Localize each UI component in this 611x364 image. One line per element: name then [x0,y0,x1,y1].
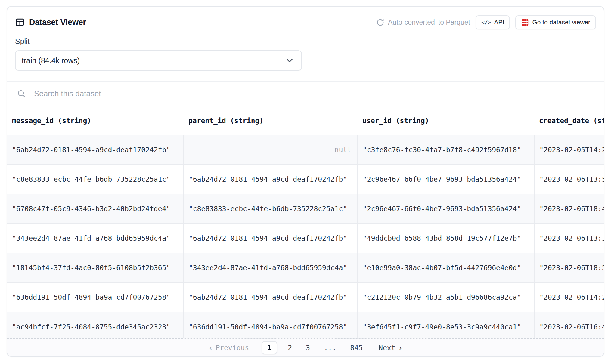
refresh-icon [376,18,385,27]
dataset-viewer-card: Dataset Viewer Auto-converted to Parquet… [7,6,604,357]
table-cell: "2c96e467-66f0-4be7-9693-bda51356a424" [358,165,534,194]
table-row: "18145bf4-37fd-4ac0-80f5-6108b5f2b365""3… [7,253,604,282]
api-button-label: API [494,19,504,26]
table-row: "c8e83833-ecbc-44fe-b6db-735228c25a1c""6… [7,165,604,194]
code-icon: </> [481,19,491,26]
table-cell: "6ab24d72-0181-4594-a9cd-deaf170242fb" [7,135,184,165]
table-cell: "c8e83833-ecbc-44fe-b6db-735228c25a1c" [7,165,184,194]
page-button-1[interactable]: 1 [262,341,277,354]
table-cell: "6708c47f-05c9-4346-b3d2-40b2bd24fde4" [7,194,184,224]
header-actions: Auto-converted to Parquet </> API [376,15,596,29]
page-title: Dataset Viewer [29,18,86,27]
go-to-dataset-viewer-button[interactable]: Go to dataset viewer [515,15,596,29]
chevron-left-icon: ‹ [209,344,212,352]
table-cell: "6ab24d72-0181-4594-a9cd-deaf170242fb" [184,282,358,312]
table-row: "6ab24d72-0181-4594-a9cd-deaf170242fb"nu… [7,135,604,165]
table-cell: "343ee2d4-87ae-41fd-a768-bdd65959dc4a" [7,224,184,253]
api-button[interactable]: </> API [476,15,510,29]
search-row [7,81,604,106]
table-row: "6708c47f-05c9-4346-b3d2-40b2bd24fde4""c… [7,194,604,224]
previous-label: Previous [216,344,249,352]
table-cell: "2c96e467-66f0-4be7-9693-bda51356a424" [358,194,534,224]
pagination-bar: ‹ Previous 1 2 3 ... 845 Next › [7,338,604,356]
previous-page-button[interactable]: ‹ Previous [209,344,249,352]
table-row: "343ee2d4-87ae-41fd-a768-bdd65959dc4a""6… [7,224,604,253]
table-cell: null [184,135,358,165]
next-label: Next [379,344,395,352]
card-top-section: Dataset Viewer Auto-converted to Parquet… [7,7,604,71]
table-cell: "49ddcb0d-6588-43bd-858d-19c577f12e7b" [358,224,534,253]
page-button-845[interactable]: 845 [350,344,363,352]
column-header: user_id (string) [358,106,534,135]
table-cell: "2023-02-06T16:4 [534,312,604,338]
search-icon [17,89,26,98]
table-cell: "6ab24d72-0181-4594-a9cd-deaf170242fb" [184,224,358,253]
column-header: parent_id (string) [184,106,358,135]
to-parquet-label: to Parquet [438,18,470,26]
table-cell: "2023-02-06T18:4 [534,194,604,224]
title-row: Dataset Viewer Auto-converted to Parquet… [15,14,596,30]
table-cell: "2023-02-06T13:5 [534,165,604,194]
table-cell: "c212120c-0b79-4b32-a5b1-d96686ca92ca" [358,282,534,312]
data-table: message_id (string)parent_id (string)use… [7,106,604,338]
search-input[interactable] [34,89,594,98]
page-button-2[interactable]: 2 [288,344,292,352]
table-cell: "636dd191-50df-4894-ba9a-cd7f00767258" [184,312,358,338]
table-cell: "2023-02-06T18:5 [534,253,604,282]
split-label: Split [15,37,596,46]
table-cell: "2023-02-06T14:2 [534,282,604,312]
chevron-down-icon [285,56,294,65]
table-row: "636dd191-50df-4894-ba9a-cd7f00767258""6… [7,282,604,312]
split-selected-value: train (84.4k rows) [22,56,80,65]
column-header: message_id (string) [7,106,184,135]
table-cell: "3ef645f1-c9f7-49e0-8e53-3c9a9c440ca1" [358,312,534,338]
pagination-ellipsis: ... [324,344,337,352]
table-wrap: message_id (string)parent_id (string)use… [7,106,604,338]
table-cell: "2023-02-05T14:2 [534,135,604,165]
page-button-3[interactable]: 3 [306,344,310,352]
table-cell: "18145bf4-37fd-4ac0-80f5-6108b5f2b365" [7,253,184,282]
next-page-button[interactable]: Next › [379,344,402,352]
auto-converted-link[interactable]: Auto-converted to Parquet [376,18,470,27]
table-cell: "2023-02-06T13:3 [534,224,604,253]
table-cell: "e10e99a0-38ac-4b07-bf5d-4427696e4e0d" [358,253,534,282]
table-cell: "343ee2d4-87ae-41fd-a768-bdd65959dc4a" [184,253,358,282]
table-cell: "c8e83833-ecbc-44fe-b6db-735228c25a1c" [184,194,358,224]
go-to-dataset-viewer-label: Go to dataset viewer [532,19,590,26]
data-table-body: "6ab24d72-0181-4594-a9cd-deaf170242fb"nu… [7,135,604,338]
table-cell: "636dd191-50df-4894-ba9a-cd7f00767258" [7,282,184,312]
table-grid-icon [15,17,25,27]
red-table-icon [521,18,529,26]
split-select[interactable]: train (84.4k rows) [15,50,302,71]
table-header-row: message_id (string)parent_id (string)use… [7,106,604,135]
auto-converted-label: Auto-converted [388,18,435,26]
table-cell: "ac94bfcf-7f25-4084-8755-dde345ac2323" [7,312,184,338]
table-cell: "6ab24d72-0181-4594-a9cd-deaf170242fb" [184,165,358,194]
column-header: created_date (st [534,106,604,135]
title-group: Dataset Viewer [15,17,86,27]
table-cell: "c3fe8c76-fc30-4fa7-b7f8-c492f5967d18" [358,135,534,165]
chevron-right-icon: › [399,344,402,352]
table-row: "ac94bfcf-7f25-4084-8755-dde345ac2323""6… [7,312,604,338]
